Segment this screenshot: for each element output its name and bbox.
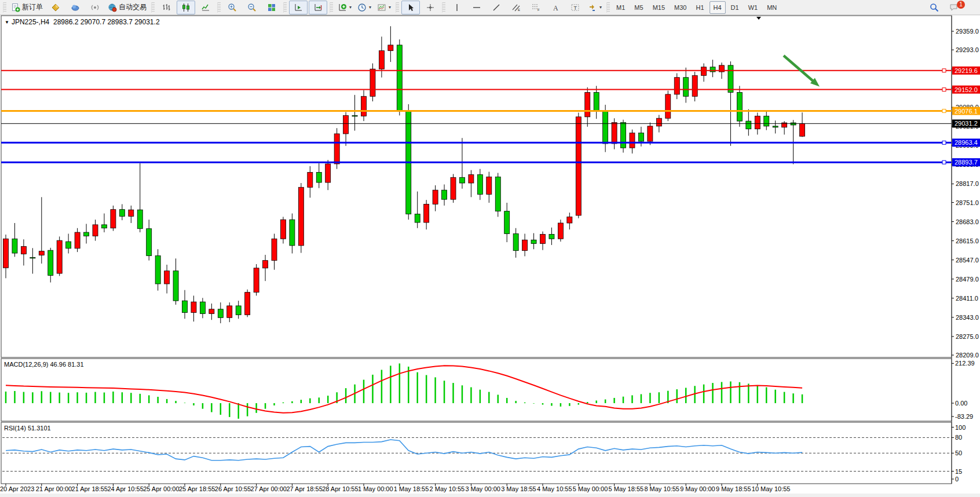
application-window: 新订单自动交易▾▾▾EFAT▾M1M5M15M30H1H4D1W1MN1 293… [0, 0, 980, 497]
candle [701, 67, 707, 76]
candle [487, 177, 492, 194]
candle [119, 210, 125, 217]
candle [692, 75, 697, 96]
price-badge-label: 28893.7 [955, 159, 978, 166]
candle [343, 115, 349, 134]
candle [66, 242, 71, 248]
candle [316, 173, 321, 182]
candle [334, 134, 339, 164]
candle [308, 173, 313, 188]
candle [272, 239, 277, 260]
candle [612, 122, 617, 143]
candle [674, 78, 679, 94]
candle [531, 240, 536, 243]
candle [558, 223, 563, 239]
time-axis: 20 Apr 202321 Apr 00:0021 Apr 18:5524 Ap… [0, 484, 790, 492]
candle [728, 65, 733, 93]
time-tick-label: 9 May 18:55 [716, 485, 751, 492]
rsi-tick-label: 100 [955, 424, 966, 431]
candle [469, 174, 474, 183]
candle [495, 177, 500, 211]
time-tick-label: 5 May 18:55 [609, 485, 644, 492]
candle [155, 255, 160, 284]
price-badge-label: 29031.2 [955, 120, 978, 127]
price-badge-label: 28963.4 [955, 139, 978, 146]
candle [254, 268, 259, 293]
chart-canvas[interactable]: 29359.029293.029225.029157.029089.029021… [0, 0, 980, 497]
candle [57, 240, 62, 273]
time-tick-label: 1 May 18:55 [394, 485, 429, 492]
candle [567, 217, 572, 223]
price-tick-label: 28343.0 [956, 314, 979, 321]
candle [621, 122, 626, 148]
chart-collapse-icon[interactable]: ▼ [5, 20, 9, 25]
time-tick-label: 8 May 10:55 [644, 485, 679, 492]
price-tick-label: 28411.0 [956, 295, 978, 302]
rsi-tick-label: 15 [955, 468, 962, 475]
time-tick-label: 25 Apr 18:55 [179, 485, 215, 492]
candle [764, 116, 769, 126]
time-tick-label: 3 May 18:55 [501, 485, 536, 492]
candle [129, 210, 134, 216]
candle [352, 115, 357, 116]
rsi-indicator-label: RSI(14) 51.3101 [4, 425, 51, 432]
line-anchor-handle[interactable] [942, 88, 946, 92]
candle [648, 126, 653, 141]
candle [173, 271, 178, 301]
line-anchor-handle[interactable] [942, 109, 946, 113]
price-tick-label: 28751.0 [956, 199, 979, 206]
candle [638, 133, 643, 141]
time-tick-label: 28 Apr 10:55 [322, 485, 358, 492]
candle [477, 174, 482, 194]
candle [280, 220, 286, 239]
line-anchor-handle[interactable] [942, 69, 946, 72]
candle [3, 239, 9, 268]
candle [218, 309, 223, 318]
candle [227, 306, 232, 317]
candle [656, 118, 661, 126]
candle [200, 302, 205, 313]
time-tick-label: 3 May 00:00 [465, 485, 500, 492]
candle [84, 232, 89, 236]
candle [683, 78, 689, 97]
price-tick-label: 29293.0 [956, 46, 979, 53]
macd-tick-label: -83.29 [955, 413, 973, 420]
time-tick-label: 4 May 10:55 [537, 485, 572, 492]
price-tick-label: 29359.0 [956, 28, 979, 35]
candle [791, 123, 796, 125]
price-badge-label: 29219.6 [955, 67, 978, 74]
candle [48, 250, 53, 275]
line-anchor-handle[interactable] [942, 160, 946, 164]
candle [245, 293, 250, 315]
candle [737, 92, 742, 121]
candle [182, 301, 188, 312]
high-value: 29070.7 [81, 18, 105, 26]
candle [370, 69, 375, 96]
candle [397, 45, 402, 111]
chart-ohlc-header: ▼JPN225-,H4 28986.2 29070.7 28983.7 2903… [5, 18, 160, 26]
candle [361, 96, 367, 116]
time-tick-label: 24 Apr 10:55 [107, 485, 143, 492]
open-value: 28986.2 [53, 18, 78, 26]
candle [603, 111, 608, 144]
line-anchor-handle[interactable] [942, 141, 946, 144]
price-badge-label: 29152.0 [955, 86, 978, 93]
candle [101, 225, 107, 228]
candle [75, 232, 80, 248]
rsi-tick-label: 80 [955, 434, 962, 441]
candle [12, 239, 17, 253]
candle [630, 133, 635, 148]
macd-tick-label: 0.00 [955, 400, 967, 407]
rsi-tick-label: 50 [955, 450, 962, 456]
time-tick-label: 27 Apr 00:00 [251, 485, 287, 492]
price-tick-label: 28547.0 [956, 257, 979, 264]
candle [379, 51, 384, 70]
time-tick-label: 21 Apr 00:00 [36, 485, 72, 492]
main-price-pane[interactable] [1, 16, 952, 357]
close-value: 29031.2 [134, 18, 159, 26]
time-tick-label: 26 Apr 10:55 [215, 485, 251, 492]
price-tick-label: 28275.0 [956, 333, 979, 340]
candle [459, 177, 465, 183]
candle [290, 220, 295, 246]
candle [388, 45, 393, 51]
